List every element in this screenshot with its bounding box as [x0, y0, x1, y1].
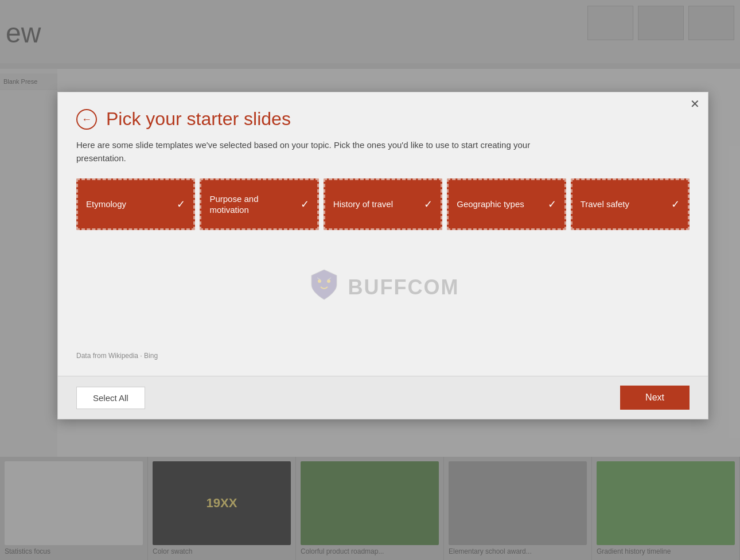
svg-point-0 — [318, 279, 321, 283]
slide-card-safety[interactable]: Travel safety ✓ — [571, 178, 690, 230]
svg-point-1 — [327, 279, 330, 283]
card-label-safety: Travel safety — [581, 199, 667, 210]
close-button[interactable]: ✕ — [690, 98, 700, 110]
card-label-geographic: Geographic types — [457, 199, 543, 210]
slide-card-etymology[interactable]: Etymology ✓ — [76, 178, 195, 230]
watermark-logo: BUFFCOM — [307, 267, 459, 308]
watermark-text: BUFFCOM — [348, 275, 459, 300]
card-label-purpose: Purpose and motivation — [209, 193, 295, 216]
next-button[interactable]: Next — [620, 386, 690, 410]
modal-footer: Select All Next — [58, 376, 708, 419]
card-check-safety: ✓ — [671, 198, 680, 211]
card-check-geographic: ✓ — [548, 198, 556, 211]
card-check-purpose: ✓ — [301, 198, 309, 211]
watermark-area: BUFFCOM — [76, 230, 690, 345]
slide-card-history[interactable]: History of travel ✓ — [324, 178, 442, 230]
card-label-etymology: Etymology — [86, 199, 172, 210]
select-all-button[interactable]: Select All — [76, 387, 145, 409]
starter-slides-modal: ✕ ← Pick your starter slides Here are so… — [57, 92, 708, 419]
back-button[interactable]: ← — [76, 109, 97, 130]
slide-card-purpose[interactable]: Purpose and motivation ✓ — [200, 178, 318, 230]
card-label-history: History of travel — [333, 199, 419, 210]
card-check-etymology: ✓ — [177, 198, 185, 211]
data-source-label: Data from Wikipedia · Bing — [76, 345, 690, 364]
modal-header: ← Pick your starter slides — [76, 108, 690, 130]
modal-title: Pick your starter slides — [106, 108, 291, 130]
back-arrow-icon: ← — [81, 114, 92, 125]
modal-subtitle: Here are some slide templates we've sele… — [76, 139, 547, 165]
slide-cards-container: Etymology ✓ Purpose and motivation ✓ His… — [76, 178, 690, 230]
slide-card-geographic[interactable]: Geographic types ✓ — [447, 178, 566, 230]
watermark-icon — [307, 267, 341, 308]
card-check-history: ✓ — [424, 198, 433, 211]
modal-body: ← Pick your starter slides Here are some… — [58, 92, 708, 376]
